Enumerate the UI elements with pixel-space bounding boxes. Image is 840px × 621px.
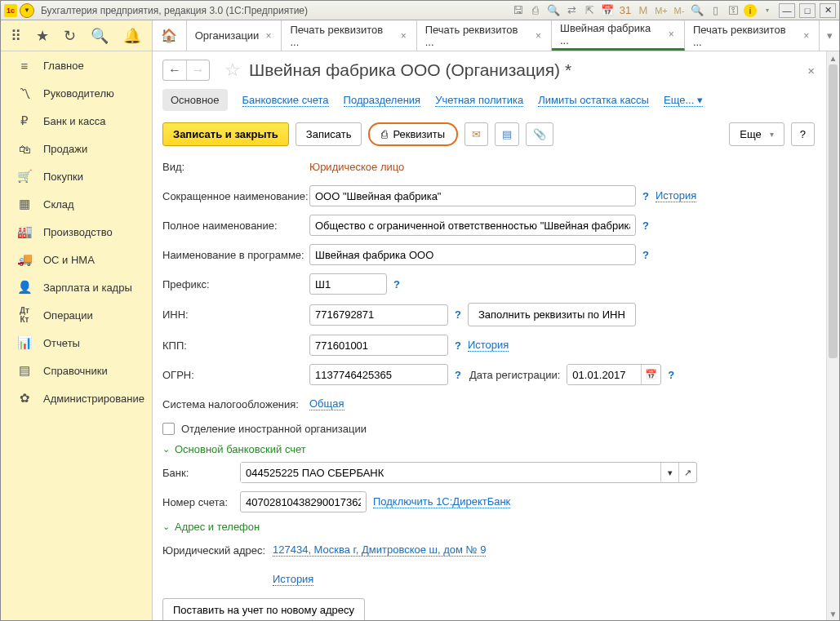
panel-icon[interactable]: ▯ xyxy=(708,3,722,18)
tab-print-1[interactable]: Печать реквизитов ...× xyxy=(282,20,416,51)
tab-organizations[interactable]: Организации× xyxy=(187,20,282,51)
tax-link[interactable]: Общая xyxy=(309,397,344,410)
sidebar-item-operations[interactable]: ДтКтОперации xyxy=(1,301,152,329)
calendar-picker-icon[interactable]: 📅 xyxy=(641,365,660,384)
reg-date-input[interactable] xyxy=(567,365,641,384)
sidebar-item-salary[interactable]: 👤Зарплата и кадры xyxy=(1,273,152,301)
key-icon[interactable]: ⚿ xyxy=(726,3,740,18)
apps-icon[interactable]: ⠿ xyxy=(11,27,21,45)
info-icon[interactable]: i xyxy=(744,4,757,17)
zoom-icon[interactable]: 🔍 xyxy=(690,3,704,18)
scrollbar[interactable]: ▲ ▼ xyxy=(826,51,839,620)
help-icon[interactable]: ? xyxy=(455,369,461,381)
search-icon[interactable]: 🔍 xyxy=(91,27,109,45)
full-name-input[interactable] xyxy=(309,215,636,236)
subtab-policy[interactable]: Учетная политика xyxy=(435,94,523,107)
help-icon[interactable]: ? xyxy=(455,339,461,352)
calendar-icon[interactable]: 📅 xyxy=(600,3,615,18)
bell-icon[interactable]: 🔔 xyxy=(123,27,141,45)
close-icon[interactable]: × xyxy=(399,29,408,43)
subtab-limits[interactable]: Лимиты остатка кассы xyxy=(538,94,649,107)
history-icon[interactable]: ↻ xyxy=(64,27,76,45)
sidebar-item-admin[interactable]: ✿Администрирование xyxy=(1,384,152,412)
short-name-input[interactable] xyxy=(309,185,636,206)
requisites-button[interactable]: ⎙Реквизиты xyxy=(368,122,458,146)
foreign-checkbox[interactable] xyxy=(162,423,175,435)
tab-print-3[interactable]: Печать реквизитов ...× xyxy=(685,20,820,51)
tabs-overflow[interactable]: ▾ xyxy=(820,20,839,51)
nav-back-button[interactable]: ← xyxy=(163,60,186,80)
save-close-button[interactable]: Записать и закрыть xyxy=(162,122,289,146)
tab-home[interactable]: 🏠 xyxy=(153,20,187,51)
sidebar-item-sales[interactable]: 🛍Продажи xyxy=(1,135,152,162)
sidebar-item-production[interactable]: 🏭Производство xyxy=(1,218,152,246)
kpp-history-link[interactable]: История xyxy=(468,339,509,352)
ogrn-input[interactable] xyxy=(309,364,448,385)
sidebar-item-bank[interactable]: ₽Банк и касса xyxy=(1,107,152,135)
close-icon[interactable]: × xyxy=(667,27,676,42)
star-icon[interactable]: ★ xyxy=(36,27,49,45)
subtab-divisions[interactable]: Подразделения xyxy=(344,94,421,107)
subtab-main[interactable]: Основное xyxy=(162,89,228,111)
direct-bank-link[interactable]: Подключить 1С:ДиректБанк xyxy=(373,495,510,508)
maximize-button[interactable]: □ xyxy=(799,3,816,18)
help-icon[interactable]: ? xyxy=(393,278,400,291)
list-button[interactable]: ▤ xyxy=(495,122,519,146)
m-minus-icon[interactable]: M- xyxy=(672,3,687,18)
help-icon[interactable]: ? xyxy=(455,308,461,321)
m-plus-icon[interactable]: M+ xyxy=(654,3,669,18)
subtab-bank[interactable]: Банковские счета xyxy=(242,94,329,107)
compare-icon[interactable]: ⇄ xyxy=(564,3,579,18)
nav-forward-button[interactable]: → xyxy=(186,60,209,80)
subtab-more[interactable]: Еще... ▾ xyxy=(664,94,703,107)
export-icon[interactable]: ⇱ xyxy=(582,3,597,18)
print-icon[interactable]: ⎙ xyxy=(528,3,543,18)
inn-input[interactable] xyxy=(309,304,448,326)
addr-section-toggle[interactable]: ⌄ Адрес и телефон xyxy=(162,521,815,533)
favorite-icon[interactable]: ☆ xyxy=(224,60,241,81)
sidebar-item-purchases[interactable]: 🛒Покупки xyxy=(1,162,152,190)
calendar2-icon[interactable]: 31 xyxy=(618,3,633,18)
m-icon[interactable]: M xyxy=(636,3,651,18)
legal-addr-link[interactable]: 127434, Москва г, Дмитровское ш, дом № 9 xyxy=(273,543,486,557)
close-icon[interactable]: × xyxy=(534,29,543,43)
close-window-button[interactable]: ✕ xyxy=(820,3,836,18)
scroll-up-icon[interactable]: ▲ xyxy=(827,51,839,64)
bank-input[interactable] xyxy=(241,463,660,482)
sidebar-item-manager[interactable]: 〽Руководителю xyxy=(1,79,152,107)
prog-name-input[interactable] xyxy=(309,244,636,265)
sidebar-item-assets[interactable]: 🚚ОС и НМА xyxy=(1,246,152,273)
bank-section-toggle[interactable]: ⌄ Основной банковский счет xyxy=(162,443,815,455)
sidebar-item-catalogs[interactable]: ▤Справочники xyxy=(1,357,152,384)
tab-print-2[interactable]: Печать реквизитов ...× xyxy=(417,20,552,51)
mail-button[interactable]: ✉ xyxy=(464,122,488,146)
attach-button[interactable]: 📎 xyxy=(526,122,553,146)
close-icon[interactable]: × xyxy=(802,29,811,43)
help-icon[interactable]: ? xyxy=(642,220,649,232)
bank-dropdown-icon[interactable]: ▾ xyxy=(660,463,678,482)
addr-history-link[interactable]: История xyxy=(273,573,313,586)
help-icon[interactable]: ? xyxy=(642,190,649,202)
sidebar-item-reports[interactable]: 📊Отчеты xyxy=(1,329,152,357)
prefix-input[interactable] xyxy=(309,273,387,295)
account-input[interactable] xyxy=(240,491,367,512)
help-icon[interactable]: ? xyxy=(668,369,674,381)
history-link[interactable]: История xyxy=(656,189,696,202)
save-icon[interactable]: 🖫 xyxy=(510,3,525,18)
help-icon[interactable]: ? xyxy=(642,249,649,261)
scroll-thumb[interactable] xyxy=(829,64,838,358)
page-close-button[interactable]: × xyxy=(807,64,815,78)
new-address-button[interactable]: Поставить на учет по новому адресу xyxy=(162,598,365,620)
scroll-down-icon[interactable]: ▼ xyxy=(827,607,839,620)
more-button[interactable]: Еще xyxy=(729,122,784,146)
sidebar-item-main[interactable]: ≡Главное xyxy=(1,51,152,79)
app-menu-dropdown[interactable]: ▼ xyxy=(20,3,34,18)
fill-by-inn-button[interactable]: Заполнить реквизиты по ИНН xyxy=(468,303,636,326)
preview-icon[interactable]: 🔍 xyxy=(546,3,561,18)
save-button[interactable]: Записать xyxy=(296,122,362,146)
kpp-input[interactable] xyxy=(309,335,448,356)
sidebar-item-warehouse[interactable]: ▦Склад xyxy=(1,190,152,218)
help-button[interactable]: ? xyxy=(791,122,815,146)
info-dd-icon[interactable]: ▾ xyxy=(760,3,775,18)
tab-factory[interactable]: Швейная фабрика ...× xyxy=(552,20,685,51)
